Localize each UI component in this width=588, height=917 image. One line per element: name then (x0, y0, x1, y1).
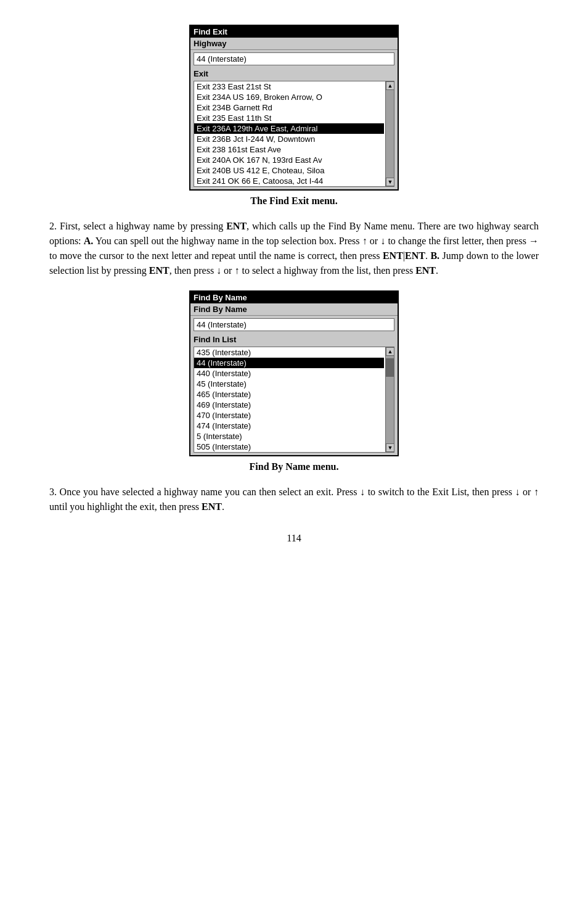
find-by-name-list[interactable]: 435 (Interstate) 44 (Interstate) 440 (In… (194, 347, 394, 453)
scroll-down-button-2[interactable]: ▼ (386, 443, 394, 452)
list-item[interactable]: Exit 234B Garnett Rd (194, 102, 384, 113)
find-exit-list-items: Exit 233 East 21st St Exit 234A US 169, … (194, 81, 394, 186)
page-content: Find Exit Highway 44 (Interstate) Exit E… (49, 25, 539, 544)
list-item[interactable]: 5 (Interstate) (194, 431, 384, 442)
list-item[interactable]: 440 (Interstate) (194, 368, 384, 379)
list-item[interactable]: 469 (Interstate) (194, 400, 384, 410)
list-item-selected[interactable]: 44 (Interstate) (194, 358, 384, 368)
find-exit-menu-box: Find Exit Highway 44 (Interstate) Exit E… (189, 25, 399, 191)
list-item[interactable]: 435 (Interstate) (194, 347, 384, 358)
paragraph-2: 2. First, select a highway name by press… (49, 219, 539, 278)
paragraph-3: 3. Once you have selected a highway name… (49, 485, 539, 514)
find-by-name-input[interactable]: 44 (Interstate) (194, 318, 394, 331)
list-item[interactable]: Exit 233 East 21st St (194, 81, 384, 92)
para2-ent3: ENT (405, 250, 425, 261)
para3-text1: 3. Once you have selected a highway name… (49, 487, 539, 512)
list-item[interactable]: 45 (Interstate) (194, 379, 384, 389)
scroll-thumb (386, 358, 394, 377)
para2-ent5: ENT (415, 265, 436, 276)
list-item[interactable]: Exit 240A OK 167 N, 193rd East Av (194, 155, 384, 165)
list-item[interactable]: Exit 236B Jct I-244 W, Downtown (194, 134, 384, 144)
para2-end: . (436, 265, 438, 276)
para2-ent2: ENT (383, 250, 403, 261)
para2-ent4: ENT (149, 265, 169, 276)
list-item[interactable]: Exit 241 OK 66 E, Catoosa, Jct I-44 (194, 176, 384, 186)
find-by-name-menu-box: Find By Name Find By Name 44 (Interstate… (189, 290, 399, 456)
list-item[interactable]: Exit 235 East 11th St (194, 113, 384, 123)
para3-ent: ENT (202, 501, 222, 512)
list-item[interactable]: 474 (Interstate) (194, 421, 384, 431)
scroll-up-button-2[interactable]: ▲ (386, 347, 394, 356)
find-exit-highway-label: Highway (190, 38, 398, 50)
list-item[interactable]: 470 (Interstate) (194, 410, 384, 421)
para2-text1: 2. First, select a highway name by press… (49, 221, 226, 231)
scrollbar-2[interactable]: ▲ ▼ (385, 347, 394, 452)
para3-text2: . (222, 501, 224, 512)
find-exit-highway-input[interactable]: 44 (Interstate) (194, 52, 394, 65)
find-exit-title: Find Exit (190, 26, 398, 38)
page-number: 114 (49, 533, 539, 544)
para2-A: A. (84, 236, 94, 246)
find-by-name-caption: Find By Name menu. (49, 461, 539, 472)
list-item[interactable]: 505 (Interstate) (194, 442, 384, 452)
para2-textB2: , then press ↓ or ↑ to select a highway … (169, 265, 415, 276)
find-by-name-list-items: 435 (Interstate) 44 (Interstate) 440 (In… (194, 347, 394, 452)
list-item-selected[interactable]: Exit 236A 129th Ave East, Admiral (194, 123, 384, 134)
find-by-name-label: Find By Name (190, 303, 398, 316)
list-item[interactable]: Exit 238 161st East Ave (194, 144, 384, 155)
find-exit-exit-label: Exit (190, 68, 398, 80)
para2-ent1: ENT (226, 221, 247, 231)
find-in-list-label: Find In List (190, 334, 398, 345)
scrollbar[interactable]: ▲ ▼ (385, 81, 394, 186)
list-item[interactable]: Exit 240B US 412 E, Choteau, Siloa (194, 165, 384, 176)
list-item[interactable]: 465 (Interstate) (194, 389, 384, 400)
find-exit-caption: The Find Exit menu. (49, 195, 539, 207)
find-by-name-title: Find By Name (190, 292, 398, 303)
find-exit-list[interactable]: Exit 233 East 21st St Exit 234A US 169, … (194, 81, 394, 187)
scroll-up-button[interactable]: ▲ (386, 81, 394, 90)
para2-B: B. (430, 250, 439, 261)
list-item[interactable]: Exit 234A US 169, Broken Arrow, O (194, 92, 384, 102)
scroll-down-button[interactable]: ▼ (386, 178, 394, 186)
